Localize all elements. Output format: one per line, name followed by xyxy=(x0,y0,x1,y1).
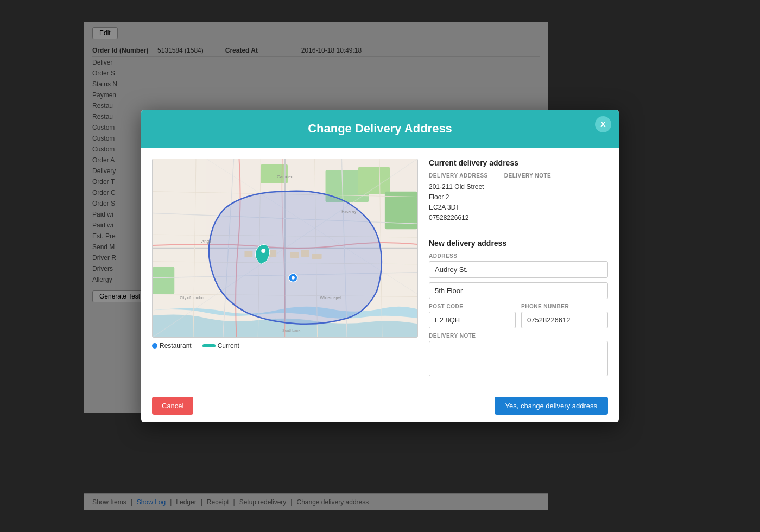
modal-body: Camden Angel Hackney City of London Whit… xyxy=(141,148,619,389)
address-field-label: ADDRESS xyxy=(429,253,608,259)
delivery-note-col: DELIVERY NOTE xyxy=(504,173,552,224)
svg-rect-24 xyxy=(269,250,276,257)
divider xyxy=(429,231,608,231)
svg-text:City of London: City of London xyxy=(180,296,204,300)
svg-rect-25 xyxy=(290,252,299,258)
svg-point-29 xyxy=(292,276,295,279)
current-address-section: Current delivery address DELIVERY ADDRES… xyxy=(429,159,608,224)
map-svg: Camden Angel Hackney City of London Whit… xyxy=(153,159,417,337)
svg-text:Hackney: Hackney xyxy=(341,210,357,214)
postcode-label: POST CODE xyxy=(429,303,516,309)
svg-rect-22 xyxy=(244,251,252,257)
modal-header: Change Delivery Address X xyxy=(141,110,619,148)
map-container: Camden Angel Hackney City of London Whit… xyxy=(152,159,418,378)
svg-text:Angel: Angel xyxy=(201,239,213,244)
legend-restaurant: Restaurant xyxy=(152,342,192,350)
modal-close-button[interactable]: X xyxy=(595,116,611,132)
current-address-title: Current delivery address xyxy=(429,159,608,167)
map-area: Camden Angel Hackney City of London Whit… xyxy=(152,159,418,338)
address-line2-input[interactable] xyxy=(429,282,608,299)
delivery-note-col-label: DELIVERY NOTE xyxy=(504,173,552,179)
phone-label: PHONE NUMBER xyxy=(521,303,608,309)
postcode-col: POST CODE xyxy=(429,303,516,333)
address-panel: Current delivery address DELIVERY ADDRES… xyxy=(429,159,608,378)
modal-footer: Cancel Yes, change delivery address xyxy=(141,389,619,422)
postcode-input[interactable] xyxy=(429,312,516,328)
svg-rect-26 xyxy=(301,250,309,257)
restaurant-dot xyxy=(152,343,157,349)
delivery-note-textarea[interactable] xyxy=(429,341,608,376)
svg-text:Whitechapel: Whitechapel xyxy=(320,296,341,300)
address-columns: DELIVERY ADDRESS 201-211 Old StreetFloor… xyxy=(429,173,608,224)
modal-title: Change Delivery Address xyxy=(157,122,603,136)
restaurant-label: Restaurant xyxy=(160,342,192,350)
new-address-section: New delivery address ADDRESS POST CODE P… xyxy=(429,239,608,378)
svg-rect-27 xyxy=(312,254,322,259)
confirm-button[interactable]: Yes, change delivery address xyxy=(495,397,608,415)
postcode-phone-row: POST CODE PHONE NUMBER xyxy=(429,303,608,333)
phone-col: PHONE NUMBER xyxy=(521,303,608,333)
delivery-address-col: DELIVERY ADDRESS 201-211 Old StreetFloor… xyxy=(429,173,488,224)
delivery-note-label: DELIVERY NOTE xyxy=(429,333,608,339)
current-address-text: 201-211 Old StreetFloor 2EC2A 3DT0752822… xyxy=(429,182,488,224)
svg-text:Southbank: Southbank xyxy=(282,328,301,332)
phone-input[interactable] xyxy=(521,312,608,328)
modal-overlay: Change Delivery Address X xyxy=(0,0,760,532)
svg-point-30 xyxy=(261,249,265,253)
legend-current: Current xyxy=(202,342,239,350)
address-line1-input[interactable] xyxy=(429,261,608,278)
change-delivery-address-modal: Change Delivery Address X xyxy=(141,110,619,423)
current-line xyxy=(202,344,216,347)
delivery-address-col-label: DELIVERY ADDRESS xyxy=(429,173,488,179)
svg-text:Camden: Camden xyxy=(277,174,293,179)
svg-rect-4 xyxy=(153,267,174,294)
new-address-title: New delivery address xyxy=(429,239,608,248)
cancel-button[interactable]: Cancel xyxy=(152,397,193,415)
current-label: Current xyxy=(218,342,239,350)
map-legend: Restaurant Current xyxy=(152,342,418,350)
